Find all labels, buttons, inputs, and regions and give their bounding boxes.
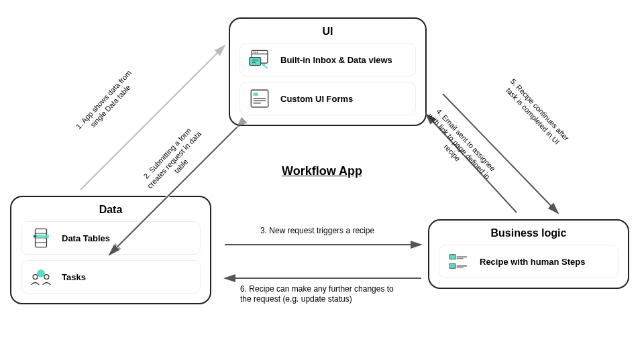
svg-rect-23 bbox=[449, 263, 455, 268]
card-data-tasks: Tasks bbox=[21, 260, 201, 294]
edge-label-5: 5. Recipe continues after task is comple… bbox=[497, 72, 575, 154]
svg-point-4 bbox=[257, 52, 258, 53]
card-ui-forms: Custom UI Forms bbox=[239, 82, 416, 115]
node-ui-title: UI bbox=[239, 25, 416, 38]
node-logic: Business logic Recipe with human Steps bbox=[428, 219, 629, 289]
svg-rect-5 bbox=[250, 58, 261, 66]
svg-point-18 bbox=[33, 275, 38, 280]
card-label: Custom UI Forms bbox=[280, 94, 353, 104]
svg-point-19 bbox=[44, 275, 49, 280]
form-lines-icon bbox=[248, 87, 271, 110]
svg-point-3 bbox=[255, 52, 256, 53]
edge-label-1: 1. App shows data from single Data table bbox=[71, 65, 144, 141]
data-table-icon bbox=[30, 227, 52, 249]
node-logic-title: Business logic bbox=[439, 227, 619, 239]
card-label: Tasks bbox=[62, 272, 86, 282]
diagram-title: Workflow App bbox=[0, 164, 644, 178]
node-data-title: Data bbox=[21, 204, 201, 216]
edge-label-2: 2. Submitting a form creates request in … bbox=[135, 119, 215, 201]
card-ui-inbox: Built-in Inbox & Data views bbox=[239, 43, 416, 76]
inbox-window-icon bbox=[248, 48, 271, 71]
recipe-steps-icon bbox=[447, 250, 470, 273]
svg-point-17 bbox=[37, 269, 45, 278]
tasks-people-icon bbox=[30, 265, 52, 288]
card-label: Built-in Inbox & Data views bbox=[280, 55, 392, 65]
card-label: Data Tables bbox=[62, 233, 110, 243]
node-ui: UI Built-in Inbox & Data views bbox=[229, 17, 427, 126]
edge-label-6: 6. Recipe can make any further changes t… bbox=[240, 284, 401, 304]
card-label: Recipe with human Steps bbox=[480, 257, 585, 267]
node-data: Data Data Tables Tasks bbox=[10, 196, 211, 304]
svg-point-2 bbox=[254, 52, 255, 53]
edge-label-3: 3. New request triggers a recipe bbox=[260, 226, 401, 236]
card-data-tables: Data Tables bbox=[21, 221, 201, 255]
card-logic-recipe: Recipe with human Steps bbox=[439, 245, 619, 278]
svg-rect-7 bbox=[254, 93, 258, 96]
svg-point-16 bbox=[34, 235, 36, 237]
svg-rect-20 bbox=[449, 255, 455, 259]
